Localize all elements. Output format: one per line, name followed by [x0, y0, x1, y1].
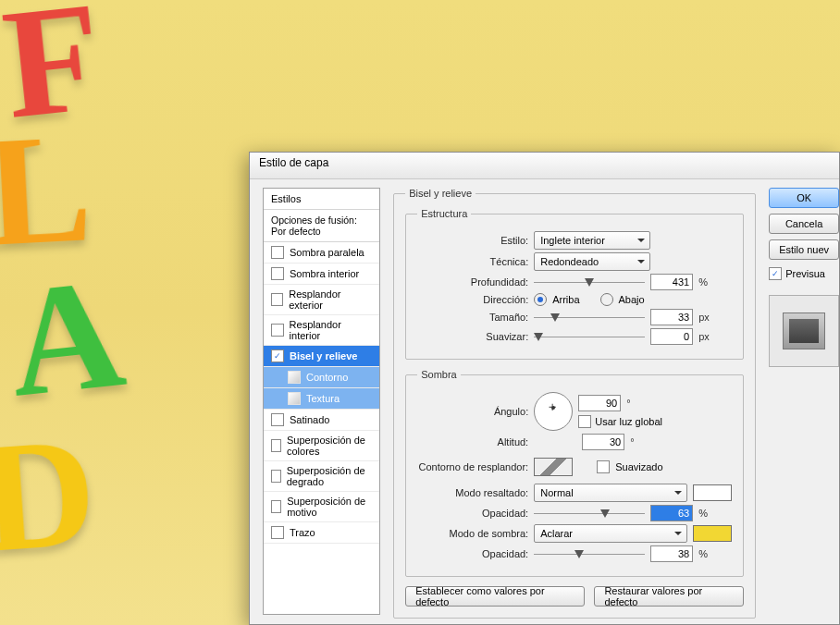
style-stroke[interactable]: Trazo [264, 522, 379, 544]
style-outer-glow[interactable]: Resplandor exterior [264, 285, 379, 315]
style-label: Sombra paralela [290, 247, 364, 258]
highlight-mode-select[interactable]: Normal [534, 484, 687, 502]
altitude-input[interactable]: 30 [582, 434, 624, 450]
checkbox-icon[interactable] [271, 324, 284, 337]
technique-select[interactable]: Redondeado [534, 252, 650, 271]
size-slider[interactable] [534, 311, 645, 324]
shadow-opacity-label: Opacidad: [417, 548, 528, 559]
checkbox-icon[interactable]: ✓ [271, 349, 284, 362]
checkbox-icon[interactable] [271, 246, 284, 259]
style-label: Contorno [306, 372, 348, 383]
ok-button[interactable]: OK [769, 188, 839, 208]
shadow-color-swatch[interactable] [693, 525, 732, 542]
size-input[interactable]: 33 [650, 309, 693, 325]
style-label: Satinado [290, 414, 329, 425]
preview-label: Previsua [785, 268, 825, 279]
preview-thumbnail [769, 295, 839, 367]
style-contour[interactable]: Contorno [264, 367, 379, 388]
layer-style-dialog: Estilo de capa Estilos Opciones de fusió… [249, 152, 840, 625]
structure-group: Estructura Estilo: Inglete interior Técn… [405, 208, 744, 360]
altitude-unit: ° [630, 436, 634, 447]
bevel-group: Bisel y relieve Estructura Estilo: Ingle… [393, 188, 756, 619]
checkbox-icon[interactable] [271, 526, 284, 539]
style-label: Trazo [290, 527, 315, 538]
preview-cube-icon [783, 312, 825, 349]
style-inner-shadow[interactable]: Sombra interior [264, 263, 379, 285]
shadow-mode-label: Modo de sombra: [417, 528, 528, 539]
style-drop-shadow[interactable]: Sombra paralela [264, 242, 379, 263]
size-unit: px [698, 312, 710, 323]
gloss-contour-label: Contorno de resplandor: [417, 461, 528, 472]
preview-checkbox[interactable]: ✓ [769, 267, 782, 280]
direction-up-label: Arriba [552, 294, 579, 305]
checkbox-icon[interactable] [271, 267, 284, 280]
style-inner-glow[interactable]: Resplandor interior [264, 315, 379, 346]
settings-panel: Bisel y relieve Estructura Estilo: Ingle… [393, 188, 756, 615]
antialias-checkbox[interactable] [597, 460, 610, 473]
style-label: Bisel y relieve [290, 350, 357, 362]
crosshair-icon: ✛ [549, 402, 556, 412]
soften-input[interactable]: 0 [650, 328, 693, 345]
cancel-button[interactable]: Cancela [769, 214, 839, 234]
style-label: Textura [306, 393, 340, 404]
style-label: Sombra interior [290, 268, 359, 279]
checkbox-icon[interactable] [271, 293, 283, 306]
make-default-button[interactable]: Establecer como valores por defecto [405, 586, 585, 607]
angle-input[interactable]: 90 [578, 395, 621, 411]
style-label: Resplandor interior [290, 319, 373, 341]
style-label: Superposición de colores [287, 435, 372, 457]
checkbox-icon[interactable] [271, 439, 281, 452]
style-label: Superposición de motivo [287, 496, 372, 518]
highlight-opacity-slider[interactable] [534, 507, 645, 520]
direction-label: Dirección: [417, 294, 528, 305]
dialog-buttons: OK Cancela Estilo nuev ✓ Previsua [769, 188, 839, 615]
style-bevel-emboss[interactable]: ✓Bisel y relieve [264, 346, 379, 367]
reset-default-button[interactable]: Restaurar valores por defecto [594, 586, 744, 607]
size-label: Tamaño: [417, 312, 528, 323]
soften-label: Suavizar: [417, 331, 528, 342]
shadow-mode-select[interactable]: Aclarar [534, 524, 687, 543]
style-pattern-overlay[interactable]: Superposición de motivo [264, 492, 379, 522]
soften-slider[interactable] [534, 330, 645, 343]
depth-input[interactable]: 431 [650, 274, 693, 290]
blending-options-row[interactable]: Opciones de fusión: Por defecto [264, 210, 379, 242]
global-light-checkbox[interactable] [578, 415, 591, 428]
artwork-letter-a: A [1, 253, 130, 422]
style-gradient-overlay[interactable]: Superposición de degrado [264, 461, 379, 492]
style-label: Resplandor exterior [289, 288, 372, 311]
shading-group: Sombra Ángulo: ✛ 90 ° Usar luz global [405, 369, 744, 577]
style-label: Estilo: [417, 235, 528, 246]
depth-slider[interactable] [534, 276, 645, 288]
checkbox-icon[interactable] [288, 392, 301, 405]
global-light-label: Usar luz global [595, 416, 662, 427]
depth-unit: % [698, 276, 708, 288]
style-texture[interactable]: Textura [264, 388, 379, 410]
structure-legend: Estructura [417, 208, 471, 219]
dialog-title: Estilo de capa [250, 153, 839, 179]
direction-up-radio[interactable] [534, 293, 547, 306]
style-select[interactable]: Inglete interior [534, 231, 650, 250]
technique-label: Técnica: [417, 256, 528, 267]
depth-label: Profundidad: [417, 276, 528, 288]
angle-dial[interactable]: ✛ [534, 392, 573, 431]
gloss-contour-picker[interactable] [534, 458, 573, 476]
checkbox-icon[interactable] [271, 500, 281, 513]
highlight-color-swatch[interactable] [693, 484, 732, 501]
style-label: Superposición de degrado [287, 465, 373, 487]
angle-label: Ángulo: [417, 406, 528, 417]
style-color-overlay[interactable]: Superposición de colores [264, 431, 379, 461]
shadow-opacity-input[interactable]: 38 [650, 545, 693, 562]
checkbox-icon[interactable] [288, 371, 301, 384]
styles-list: Estilos Opciones de fusión: Por defecto … [263, 188, 380, 615]
direction-down-radio[interactable] [600, 293, 613, 306]
artwork-letter-l: L [0, 108, 95, 271]
checkbox-icon[interactable] [271, 470, 281, 483]
checkbox-icon[interactable] [271, 413, 284, 426]
highlight-opacity-input[interactable]: 63 [650, 505, 693, 521]
shadow-opacity-slider[interactable] [534, 547, 645, 560]
styles-header[interactable]: Estilos [264, 189, 379, 210]
style-satin[interactable]: Satinado [264, 410, 379, 431]
shading-legend: Sombra [417, 369, 461, 380]
new-style-button[interactable]: Estilo nuev [769, 239, 839, 260]
antialias-label: Suavizado [615, 461, 662, 472]
